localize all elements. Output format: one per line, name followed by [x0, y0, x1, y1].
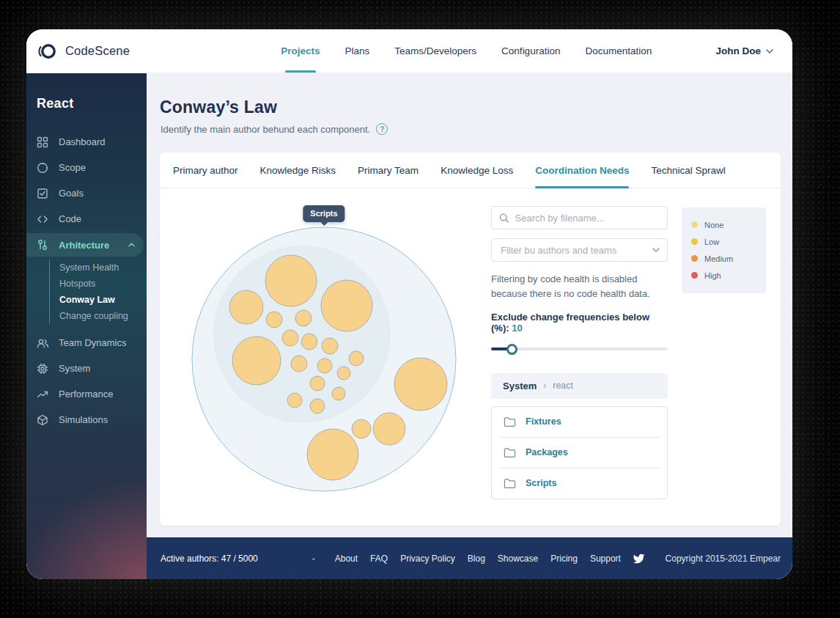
- legend-dot-medium: [691, 255, 698, 262]
- chart-bubble[interactable]: [232, 336, 281, 385]
- folder-row-packages[interactable]: Packages: [492, 438, 667, 468]
- chart-bubble[interactable]: [282, 330, 298, 346]
- nav-plans[interactable]: Plans: [345, 29, 370, 73]
- footer-link-pricing[interactable]: Pricing: [550, 553, 578, 564]
- legend-label: None: [704, 221, 723, 229]
- legend-dot-none: [691, 221, 698, 228]
- slider-track[interactable]: [491, 347, 668, 350]
- top-app-bar: CodeScene Projects Plans Teams/Developer…: [26, 29, 792, 73]
- legend-item-none: None: [691, 216, 756, 233]
- user-menu[interactable]: John Doe: [715, 45, 792, 56]
- subnav-hotspots[interactable]: Hotspots: [59, 276, 147, 292]
- footer-link-support[interactable]: Support: [590, 553, 621, 564]
- nav-teams-developers[interactable]: Teams/Developers: [394, 29, 476, 73]
- footer-dash: -: [312, 553, 315, 564]
- tab-primary-team[interactable]: Primary Team: [358, 152, 419, 188]
- chevron-down-icon: [652, 248, 660, 252]
- sidebar-item-scope[interactable]: Scope: [26, 155, 147, 180]
- tab-primary-author[interactable]: Primary author: [173, 152, 238, 188]
- sidebar-item-code[interactable]: Code: [26, 206, 147, 232]
- folder-row-scripts[interactable]: Scripts: [492, 468, 667, 499]
- chart-bubble[interactable]: [394, 358, 447, 411]
- footer-links: About FAQ Privacy Policy Blog Showcase P…: [335, 553, 621, 564]
- tab-technical-sprawl[interactable]: Technical Sprawl: [651, 152, 725, 188]
- slider-thumb[interactable]: [506, 344, 517, 355]
- bubble-chart: [174, 198, 496, 520]
- chart-bubble[interactable]: [287, 393, 302, 408]
- conways-law-card: Primary author Knowledge Risks Primary T…: [160, 152, 781, 526]
- tab-knowledge-loss[interactable]: Knowledge Loss: [441, 152, 513, 188]
- user-name: John Doe: [715, 45, 761, 56]
- footer-link-showcase[interactable]: Showcase: [498, 553, 538, 564]
- nav-projects[interactable]: Projects: [281, 29, 320, 73]
- tab-knowledge-risks[interactable]: Knowledge Risks: [260, 152, 336, 188]
- folder-icon: [504, 416, 516, 427]
- brand-logo[interactable]: CodeScene: [26, 40, 217, 62]
- footer-link-privacy-policy[interactable]: Privacy Policy: [400, 553, 455, 564]
- chevron-up-icon: [131, 217, 138, 221]
- chart-bubble[interactable]: [310, 399, 325, 413]
- system-chip-icon: [37, 362, 49, 375]
- dashboard-icon: [37, 136, 49, 148]
- sidebar-item-simulations[interactable]: Simulations: [26, 407, 147, 433]
- slider-label: Exclude change frequencies below (%): 10: [491, 312, 668, 334]
- nav-documentation[interactable]: Documentation: [585, 29, 652, 73]
- sidebar-item-label: Arhitecture: [59, 240, 128, 251]
- chart-bubble[interactable]: [265, 255, 317, 306]
- codescene-logo-icon: [37, 40, 59, 62]
- chart-bubble[interactable]: [322, 338, 338, 354]
- chart-bubble[interactable]: [317, 358, 332, 373]
- chart-tooltip: Scripts: [303, 205, 345, 222]
- architecture-icon: [37, 239, 49, 251]
- sidebar-item-dashboard[interactable]: Dashboard: [26, 129, 147, 155]
- change-frequency-slider[interactable]: [491, 344, 668, 354]
- help-icon[interactable]: ?: [376, 123, 388, 135]
- sidebar-item-performance[interactable]: Performance: [26, 381, 147, 407]
- chart-bubble[interactable]: [373, 413, 405, 445]
- footer-link-about[interactable]: About: [335, 553, 358, 564]
- search-box[interactable]: [491, 206, 668, 229]
- tab-coordination-needs[interactable]: Coordination Needs: [535, 152, 629, 188]
- folder-row-fixtures[interactable]: Fixtures: [492, 407, 667, 437]
- chart-bubble[interactable]: [349, 351, 364, 366]
- breadcrumb-root[interactable]: System: [503, 380, 537, 391]
- chart-bubble[interactable]: [310, 376, 325, 391]
- chart-bubble[interactable]: [295, 310, 312, 326]
- author-filter-select[interactable]: Filter bu authors and teams: [491, 238, 668, 262]
- nav-configuration[interactable]: Configuration: [501, 29, 560, 73]
- twitter-icon[interactable]: [633, 553, 645, 564]
- chart-bubble[interactable]: [266, 312, 282, 328]
- search-icon: [499, 213, 509, 224]
- chart-bubble[interactable]: [321, 280, 372, 331]
- subnav-conway-law[interactable]: Conway Law: [59, 292, 147, 308]
- sidebar-item-goals[interactable]: Goals: [26, 180, 147, 206]
- sidebar-item-label: Team Dynamics: [59, 337, 131, 348]
- chart-bubble[interactable]: [301, 334, 317, 350]
- footer-link-faq[interactable]: FAQ: [370, 553, 388, 564]
- legend-item-high: High: [691, 267, 756, 284]
- sidebar-item-label: Goals: [59, 188, 138, 199]
- legend-label: Low: [704, 238, 719, 246]
- footer-link-blog[interactable]: Blog: [468, 553, 485, 564]
- chart-bubble[interactable]: [229, 290, 263, 324]
- subnav-change-coupling[interactable]: Change coupling: [59, 308, 147, 324]
- chart-bubble[interactable]: [307, 429, 358, 480]
- folder-list: Fixtures Packages Scripts: [491, 406, 668, 499]
- subnav-system-health[interactable]: System Health: [59, 260, 147, 276]
- folder-icon: [504, 447, 516, 458]
- chart-bubble[interactable]: [352, 419, 371, 438]
- chart-bubble[interactable]: [291, 356, 307, 372]
- sidebar-item-architecture[interactable]: Arhitecture: [26, 233, 144, 257]
- page-subtitle-text: Identify the main author behund each com…: [161, 124, 370, 135]
- sidebar-item-label: Scope: [59, 162, 131, 173]
- slider-value: 10: [512, 323, 522, 334]
- sidebar-item-label: Simulations: [59, 414, 131, 425]
- chart-bubble[interactable]: [337, 367, 350, 380]
- sidebar-item-system[interactable]: System: [26, 356, 147, 381]
- chart-bubble[interactable]: [332, 387, 345, 400]
- search-input[interactable]: [515, 213, 660, 224]
- chevron-down-icon: [131, 341, 138, 345]
- sidebar-nav-lower: Team Dynamics System: [26, 330, 147, 433]
- active-authors: Active authors: 47 / 5000: [161, 553, 258, 564]
- sidebar-item-team-dynamics[interactable]: Team Dynamics: [26, 330, 147, 356]
